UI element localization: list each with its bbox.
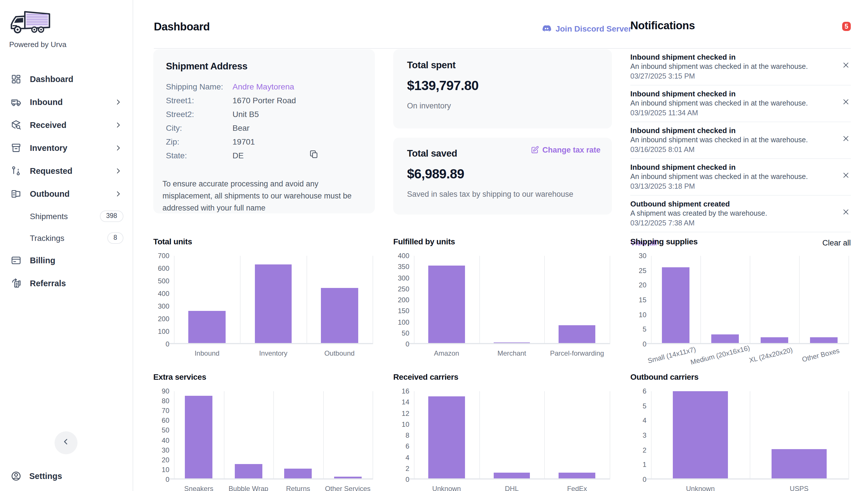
gridline <box>750 391 750 480</box>
header-divider <box>154 48 631 49</box>
y-axis-tick: 300 <box>153 302 169 310</box>
bar-bubble-wrap <box>235 464 262 479</box>
y-axis-tick: 100 <box>153 327 169 336</box>
sidebar-item-inbound[interactable]: Inbound <box>0 91 133 114</box>
y-axis-tick: 30 <box>153 446 169 454</box>
page-title: Dashboard <box>154 21 210 33</box>
gridline <box>651 256 652 344</box>
close-icon[interactable] <box>842 134 850 142</box>
notification-item: Inbound shipment checked inAn inbound sh… <box>630 85 851 122</box>
bar-usps <box>771 449 827 479</box>
gridline <box>414 391 414 480</box>
notification-timestamp: 03/16/2025 8:01 AM <box>630 146 836 154</box>
gridline <box>373 256 373 344</box>
bar-small-14x11x7- <box>662 267 689 343</box>
inventory-box-icon <box>10 142 22 154</box>
y-axis-tick: 5 <box>630 402 646 410</box>
sidebar-item-requested[interactable]: Requested <box>0 160 133 182</box>
close-icon[interactable] <box>842 97 850 105</box>
address-row-value: Andre Maytorena <box>233 82 294 91</box>
sidebar-item-settings[interactable]: Settings <box>10 470 62 482</box>
sidebar-item-label: Billing <box>30 256 55 265</box>
bar-xl-24x20x20- <box>761 337 788 343</box>
gridline <box>610 256 610 344</box>
shipment-address-rows: Shipping Name:Andre MaytorenaStreet1:167… <box>166 80 362 162</box>
discord-link[interactable]: Join Discord Server <box>541 24 631 34</box>
y-axis-tick: 500 <box>153 277 169 285</box>
sidebar-item-label: Inbound <box>30 97 62 107</box>
chevron-right-icon <box>114 98 122 106</box>
chart-plot <box>414 256 610 344</box>
sidebar-item-inventory[interactable]: Inventory <box>0 137 133 160</box>
chart-outbound-carriers: Outbound carriers6543210UnknownUSPS <box>630 372 851 491</box>
y-axis-tick: 0 <box>393 475 409 484</box>
gridline <box>848 256 849 344</box>
sidebar-item-referrals[interactable]: Referrals <box>0 272 133 295</box>
x-category-label: Inbound <box>195 349 220 357</box>
address-row-value: DE <box>233 151 244 160</box>
sidebar-item-label: Outbound <box>30 189 70 199</box>
y-axis-tick: 90 <box>153 387 169 395</box>
x-category-label: XL (24x20x20) <box>748 346 793 365</box>
sidebar-item-label: Requested <box>30 166 72 175</box>
y-axis-tick: 40 <box>153 436 169 444</box>
notification-item: Outbound shipment createdA shipment was … <box>630 196 851 232</box>
sidebar-item-outbound[interactable]: Outbound <box>0 182 133 205</box>
notification-title: Inbound shipment checked in <box>630 163 836 172</box>
chart-plot <box>651 391 848 480</box>
chart-title: Extra services <box>153 372 375 381</box>
chart-extra-services: Extra services9080706050403020100Sneaker… <box>153 372 375 491</box>
gridline <box>224 391 224 480</box>
notification-description: An inbound shipment was checked in at th… <box>630 99 836 108</box>
sidebar-item-received[interactable]: Received <box>0 114 133 137</box>
total-saved-amount: $6,989.89 <box>407 166 598 182</box>
gridline <box>750 256 750 344</box>
bar-unknown <box>673 391 728 479</box>
close-icon[interactable] <box>842 61 850 68</box>
notification-description: An inbound shipment was checked in at th… <box>630 136 836 145</box>
y-axis-tick: 4 <box>393 454 409 461</box>
y-axis-tick: 0 <box>630 475 646 484</box>
y-axis-tick: 400 <box>393 252 409 260</box>
gridline <box>240 256 241 344</box>
y-axis-tick: 15 <box>630 296 646 304</box>
sidebar-item-billing[interactable]: Billing <box>0 249 133 272</box>
y-axis-tick: 1 <box>630 461 646 469</box>
truck-logo <box>8 7 53 38</box>
bar-medium-20x16x16- <box>711 335 739 343</box>
close-icon[interactable] <box>842 171 850 178</box>
y-axis-tick: 50 <box>153 427 169 434</box>
notifications-count-badge: 5 <box>842 22 851 31</box>
sidebar-item-trackings[interactable]: Trackings8 <box>0 227 133 249</box>
sidebar-item-dashboard[interactable]: Dashboard <box>0 68 133 91</box>
chevron-right-icon <box>114 121 122 129</box>
gridline <box>479 256 480 344</box>
change-tax-rate-link[interactable]: Change tax rate <box>530 146 600 154</box>
address-note: To ensure accurate processing and avoid … <box>162 178 366 214</box>
gridline <box>306 256 307 344</box>
notification-description: A shipment was created by the warehouse. <box>630 209 836 218</box>
y-axis-tick: 150 <box>393 307 409 315</box>
close-icon[interactable] <box>842 208 850 215</box>
y-axis-tick: 10 <box>153 466 169 474</box>
address-row: Street2:Unit B5 <box>166 107 362 121</box>
gridline <box>848 391 849 480</box>
gridline <box>651 391 652 480</box>
x-axis-baseline <box>409 479 610 480</box>
y-axis-tick: 10 <box>393 421 409 429</box>
chart-title: Outbound carriers <box>630 372 851 381</box>
copy-icon[interactable] <box>309 149 319 159</box>
notification-description: An inbound shipment was checked in at th… <box>630 62 836 71</box>
address-row-label: City: <box>166 123 233 133</box>
bar-returns <box>284 469 312 479</box>
sidebar-item-shipments[interactable]: Shipments398 <box>0 205 133 227</box>
edit-icon <box>530 146 539 154</box>
gridline <box>544 256 545 344</box>
address-row-label: Zip: <box>166 137 233 146</box>
chart-fulfilled-by-units: Fulfilled by units4003503002502001501005… <box>393 237 612 359</box>
collapse-sidebar-button[interactable] <box>55 431 78 454</box>
notification-timestamp: 03/12/2025 7:38 AM <box>630 219 836 228</box>
sidebar-subitem-label: Shipments <box>30 212 68 221</box>
y-axis-tick: 200 <box>393 296 409 304</box>
bar-sneakers <box>185 396 213 479</box>
